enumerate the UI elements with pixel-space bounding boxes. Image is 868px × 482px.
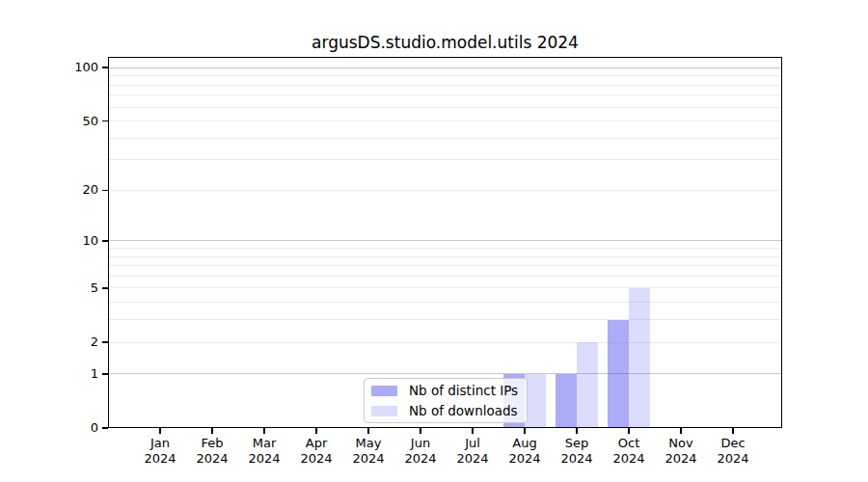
x-tick-mark (576, 428, 578, 434)
y-tick-mark (102, 427, 108, 429)
gridline-minor (108, 120, 782, 121)
x-tick-mark (472, 428, 474, 434)
bar-nb-of-downloads-aug (525, 374, 546, 428)
y-tick-label: 20 (48, 182, 98, 198)
legend-swatch-distinct-ips (371, 386, 397, 396)
gridline-minor (108, 265, 782, 266)
gridline-minor (108, 94, 782, 95)
y-tick-label: 0 (48, 420, 98, 436)
gridline-minor (108, 342, 782, 343)
legend-item-distinct-ips: Nb of distinct IPs (371, 382, 527, 399)
x-tick-mark (367, 428, 369, 434)
gridline-minor (108, 302, 782, 303)
gridline-major (108, 373, 782, 374)
gridline-major (108, 240, 782, 241)
x-tick-mark (680, 428, 682, 434)
gridline-minor (108, 256, 782, 257)
gridline-minor (108, 159, 782, 160)
legend-swatch-downloads (371, 406, 397, 416)
legend-label: Nb of distinct IPs (409, 383, 518, 399)
y-tick-label: 10 (48, 233, 98, 249)
legend-item-downloads: Nb of downloads (371, 402, 527, 419)
x-tick-mark (263, 428, 265, 434)
legend: Nb of distinct IPs Nb of downloads (364, 378, 528, 423)
x-tick-mark (211, 428, 213, 434)
x-tick-label: Dec 2024 (702, 436, 764, 467)
gridline-minor (108, 75, 782, 76)
y-tick-label: 50 (48, 114, 98, 129)
chart-figure: argusDS.studio.model.utils 2024 01251020… (0, 0, 868, 482)
legend-label: Nb of downloads (409, 403, 518, 419)
gridline-minor (108, 319, 782, 320)
gridline-minor (108, 138, 782, 139)
gridline-minor (108, 107, 782, 108)
chart-title: argusDS.studio.model.utils 2024 (108, 33, 782, 52)
x-tick-mark (628, 428, 630, 434)
bar-nb-of-distinct-ips-sep (556, 374, 577, 428)
x-tick-mark (159, 428, 161, 434)
bar-nb-of-distinct-ips-oct (608, 320, 629, 428)
gridline-minor (108, 248, 782, 249)
gridline-minor (108, 276, 782, 277)
x-tick-mark (315, 428, 317, 434)
bar-nb-of-downloads-sep (577, 342, 598, 428)
y-tick-label: 5 (48, 281, 98, 296)
x-tick-mark (524, 428, 526, 434)
gridline-major (108, 67, 782, 68)
x-tick-mark (732, 428, 734, 434)
plot-area (108, 57, 782, 428)
y-tick-label: 2 (48, 335, 98, 350)
gridline-minor (108, 85, 782, 86)
bar-nb-of-downloads-oct (629, 288, 650, 428)
gridline-minor (108, 287, 782, 288)
gridline-minor (108, 190, 782, 191)
x-tick-mark (420, 428, 421, 434)
y-tick-label: 1 (48, 366, 98, 382)
y-tick-label: 100 (48, 60, 98, 75)
